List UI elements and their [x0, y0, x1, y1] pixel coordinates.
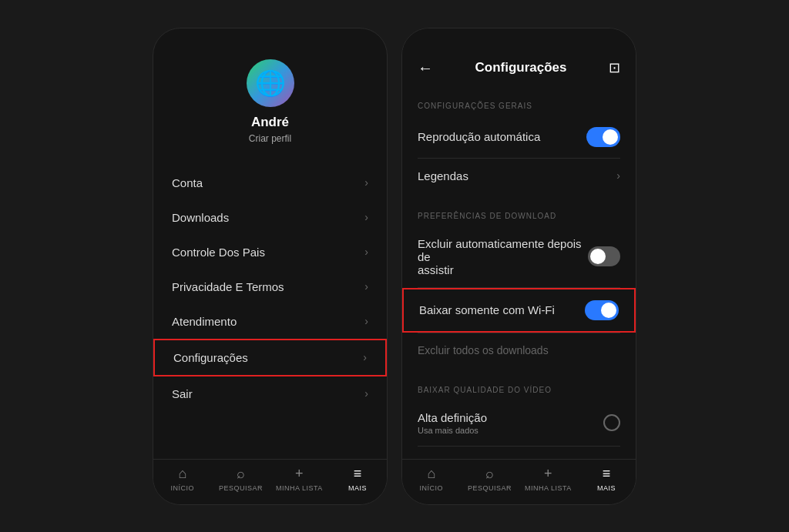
chevron-icon: › [364, 387, 368, 400]
back-button[interactable]: ← [418, 59, 433, 77]
profile-section: 🌐 André Criar perfil [153, 28, 387, 159]
chevron-icon: › [616, 169, 620, 182]
section-label-qualidade: BAIXAR QUALIDADE DO VÍDEO [402, 373, 636, 400]
chevron-icon: › [364, 246, 368, 258]
row-legendas[interactable]: Legendas › [402, 159, 636, 193]
menu-item-configuracoes[interactable]: Configurações › [153, 339, 387, 376]
left-phone: 🌐 André Criar perfil Conta › Downloads ›… [153, 28, 388, 505]
nav-minha-lista[interactable]: + MINHA LISTA [270, 466, 329, 492]
radio-alta-def[interactable] [603, 414, 620, 431]
row-alta-def[interactable]: Alta definição Usa mais dados [402, 400, 636, 446]
section-label-gerais: CONFIGURAÇÕES GERAIS [402, 89, 636, 116]
toggle-wifi[interactable] [585, 300, 619, 320]
nav-pesquisar[interactable]: ⌕ PESQUISAR [212, 466, 270, 492]
home-icon: ⌂ [427, 466, 435, 482]
avatar: 🌐 [247, 59, 294, 107]
menu-list: Conta › Downloads › Controle Dos Pais › … [153, 159, 387, 459]
nav-mais-r[interactable]: ≡ MAIS [577, 466, 636, 492]
menu-item-sair[interactable]: Sair › [153, 376, 387, 411]
section-download: PREFERÊNCIAS DE DOWNLOAD Excluir automat… [402, 199, 636, 367]
menu-icon: ≡ [603, 466, 611, 482]
add-icon: + [544, 466, 552, 482]
cast-icon[interactable]: ⊡ [609, 59, 620, 76]
nav-inicio[interactable]: ⌂ INÍCIO [153, 466, 212, 492]
search-icon: ⌕ [485, 466, 494, 482]
row-def-padrao[interactable]: Definição padrão Usa menos dados e agili… [402, 447, 636, 459]
menu-item-atendimento[interactable]: Atendimento › [153, 304, 387, 339]
chevron-icon: › [363, 351, 367, 363]
section-qualidade: BAIXAR QUALIDADE DO VÍDEO Alta definição… [402, 373, 636, 459]
username: André [251, 115, 289, 130]
search-icon: ⌕ [237, 466, 245, 482]
row-reproducao: Reprodução automática [402, 116, 636, 158]
right-screen: ← Configurações ⊡ CONFIGURAÇÕES GERAIS R… [402, 28, 636, 504]
section-label-download: PREFERÊNCIAS DE DOWNLOAD [402, 199, 636, 226]
menu-item-controle[interactable]: Controle Dos Pais › [153, 235, 387, 269]
add-icon: + [295, 466, 304, 482]
home-icon: ⌂ [178, 466, 186, 482]
row-wifi-only: Baixar somente com Wi-Fi [402, 288, 636, 333]
chevron-icon: › [364, 280, 368, 293]
settings-title: Configurações [475, 60, 566, 75]
settings-header: ← Configurações ⊡ [402, 28, 636, 89]
chevron-icon: › [364, 211, 368, 223]
delete-downloads-button[interactable]: Excluir todos os downloads [402, 333, 636, 367]
nav-minha-lista-r[interactable]: + MINHA LISTA [519, 466, 578, 492]
nav-inicio-r[interactable]: ⌂ INÍCIO [402, 466, 461, 492]
menu-item-privacidade[interactable]: Privacidade E Termos › [153, 269, 387, 304]
settings-body: CONFIGURAÇÕES GERAIS Reprodução automáti… [402, 89, 636, 459]
nav-pesquisar-r[interactable]: ⌕ PESQUISAR [461, 466, 519, 492]
app-wrapper: 🌐 André Criar perfil Conta › Downloads ›… [0, 0, 789, 532]
section-gerais: CONFIGURAÇÕES GERAIS Reprodução automáti… [402, 89, 636, 193]
chevron-icon: › [364, 176, 368, 189]
menu-item-downloads[interactable]: Downloads › [153, 200, 387, 235]
row-excluir-auto: Excluir automaticamente depois de assist… [402, 226, 636, 287]
create-profile-link[interactable]: Criar perfil [249, 133, 291, 144]
bottom-nav-left: ⌂ INÍCIO ⌕ PESQUISAR + MINHA LISTA ≡ MAI… [153, 459, 387, 504]
chevron-icon: › [364, 315, 368, 327]
menu-icon: ≡ [354, 466, 362, 482]
toggle-reproducao[interactable] [586, 127, 620, 147]
nav-mais[interactable]: ≡ MAIS [328, 466, 387, 492]
right-phone: ← Configurações ⊡ CONFIGURAÇÕES GERAIS R… [401, 28, 636, 505]
toggle-excluir-auto[interactable] [588, 246, 620, 266]
menu-item-conta[interactable]: Conta › [153, 166, 387, 200]
bottom-nav-right: ⌂ INÍCIO ⌕ PESQUISAR + MINHA LISTA ≡ MAI… [402, 459, 636, 504]
left-screen: 🌐 André Criar perfil Conta › Downloads ›… [153, 28, 387, 504]
